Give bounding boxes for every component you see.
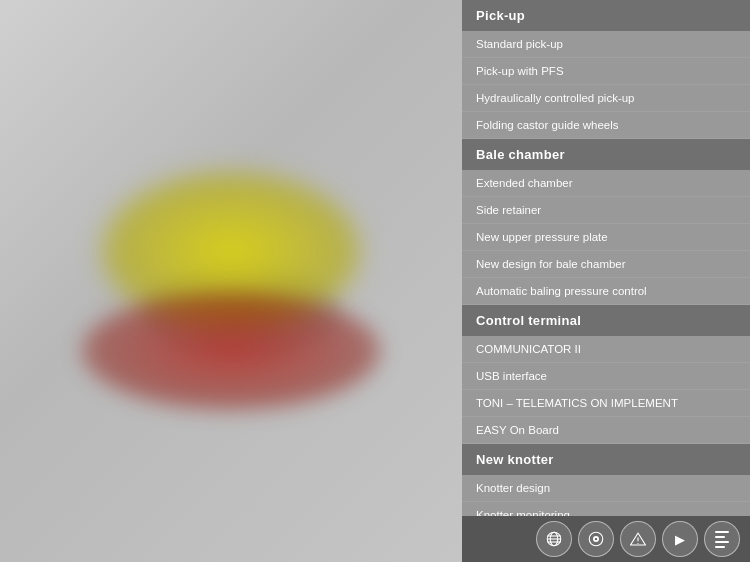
menu-item-label: Pick-up with PFS (476, 65, 564, 77)
section-header-bale-chamber: Bale chamber (462, 139, 750, 170)
menu-item-bale-chamber-4[interactable]: Automatic baling pressure control (462, 278, 750, 305)
list-icon (715, 531, 729, 548)
menu-item-bale-chamber-1[interactable]: Side retainer (462, 197, 750, 224)
bottom-toolbar (462, 516, 750, 562)
section-header-pickup: Pick-up (462, 0, 750, 31)
warning-icon (629, 530, 647, 548)
menu-item-label: TONI – TELEMATICS ON IMPLEMENT (476, 397, 678, 409)
menu-item-label: Standard pick-up (476, 38, 563, 50)
menu-item-bale-chamber-2[interactable]: New upper pressure plate (462, 224, 750, 251)
right-menu-panel: Pick-upStandard pick-upPick-up with PFSH… (462, 0, 750, 562)
menu-item-pickup-3[interactable]: Folding castor guide wheels (462, 112, 750, 139)
menu-scroll-area[interactable]: Pick-upStandard pick-upPick-up with PFSH… (462, 0, 750, 516)
menu-item-control-terminal-3[interactable]: EASY On Board (462, 417, 750, 444)
menu-item-label: New upper pressure plate (476, 231, 608, 243)
menu-item-label: Side retainer (476, 204, 541, 216)
menu-item-pickup-0[interactable]: Standard pick-up (462, 31, 750, 58)
menu-item-label: Extended chamber (476, 177, 573, 189)
menu-item-new-knotter-0[interactable]: Knotter design (462, 475, 750, 502)
section-header-control-terminal: Control terminal (462, 305, 750, 336)
machine-image (0, 0, 462, 562)
record-icon (587, 530, 605, 548)
menu-item-control-terminal-2[interactable]: TONI – TELEMATICS ON IMPLEMENT (462, 390, 750, 417)
menu-item-label: COMMUNICATOR II (476, 343, 581, 355)
warning-button[interactable] (620, 521, 656, 557)
menu-item-label: Automatic baling pressure control (476, 285, 647, 297)
record-button[interactable] (578, 521, 614, 557)
menu-item-label: Hydraulically controlled pick-up (476, 92, 635, 104)
section-header-new-knotter: New knotter (462, 444, 750, 475)
play-button[interactable] (662, 521, 698, 557)
menu-item-label: Knotter design (476, 482, 550, 494)
menu-item-label: EASY On Board (476, 424, 559, 436)
menu-item-label: New design for bale chamber (476, 258, 626, 270)
menu-item-bale-chamber-0[interactable]: Extended chamber (462, 170, 750, 197)
menu-item-label: Folding castor guide wheels (476, 119, 619, 131)
menu-item-new-knotter-1[interactable]: Knotter monitoring (462, 502, 750, 516)
globe-button[interactable] (536, 521, 572, 557)
menu-item-label: USB interface (476, 370, 547, 382)
menu-item-control-terminal-1[interactable]: USB interface (462, 363, 750, 390)
menu-item-pickup-1[interactable]: Pick-up with PFS (462, 58, 750, 85)
menu-item-pickup-2[interactable]: Hydraulically controlled pick-up (462, 85, 750, 112)
menu-list-button[interactable] (704, 521, 740, 557)
svg-point-7 (595, 538, 597, 540)
menu-item-bale-chamber-3[interactable]: New design for bale chamber (462, 251, 750, 278)
globe-icon (545, 530, 563, 548)
svg-point-10 (637, 543, 638, 544)
menu-item-label: Knotter monitoring (476, 509, 570, 516)
menu-item-control-terminal-0[interactable]: COMMUNICATOR II (462, 336, 750, 363)
